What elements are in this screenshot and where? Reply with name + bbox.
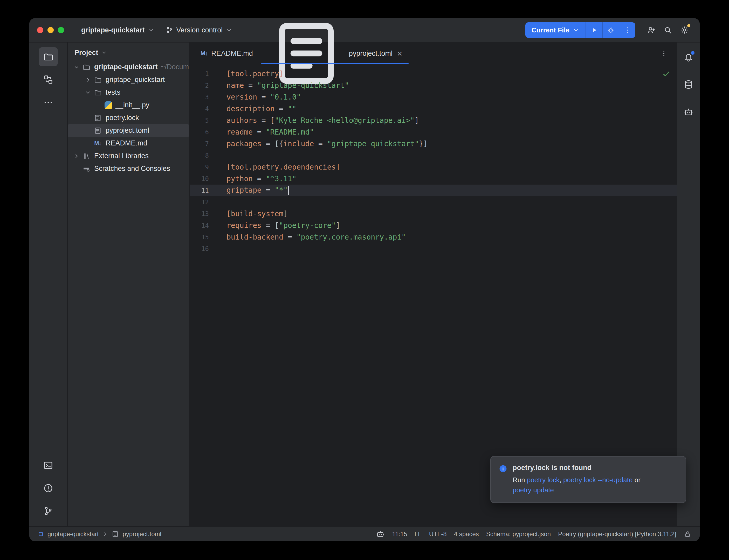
tree-item-label: griptape-quickstart	[94, 63, 158, 71]
breadcrumb-project[interactable]: griptape-quickstart	[47, 530, 99, 538]
notification-content: poetry.lock is not found Run poetry lock…	[513, 464, 641, 495]
code-line-15[interactable]: 15build-backend = "poetry.core.masonry.a…	[190, 231, 677, 243]
minimize-window-button[interactable]	[47, 27, 54, 33]
line-number: 16	[190, 245, 218, 253]
code-line-12[interactable]: 12	[190, 196, 677, 208]
vcs-widget[interactable]: Version control	[161, 22, 237, 38]
code-line-5[interactable]: 5authors = ["Kyle Roche <hello@griptape.…	[190, 115, 677, 126]
code-line-11[interactable]: 11griptape = "*"	[190, 185, 677, 196]
code-line-1[interactable]: 1[tool.poetry]	[190, 68, 677, 80]
project-widget-icon	[38, 531, 44, 537]
line-number: 5	[190, 117, 218, 124]
vcs-label: Version control	[176, 26, 223, 34]
tree-item-External Libraries[interactable]: External Libraries	[68, 150, 189, 162]
code-line-6[interactable]: 6readme = "README.md"	[190, 126, 677, 138]
unlock-icon[interactable]	[684, 530, 691, 538]
folder-icon	[93, 88, 102, 97]
tree-item-label: poetry.lock	[106, 114, 139, 122]
notification-text: or	[633, 476, 640, 484]
tool-stripe-structure-icon[interactable]	[39, 70, 58, 89]
chevron-down-icon	[148, 27, 155, 33]
poetry-lock-no-update-link[interactable]: poetry lock --no-update	[563, 476, 633, 484]
code-line-10[interactable]: 10python = "^3.11"	[190, 173, 677, 185]
code-line-14[interactable]: 14requires = ["poetry-core"]	[190, 220, 677, 231]
code-line-3[interactable]: 3version = "0.1.0"	[190, 91, 677, 103]
status-bar: griptape-quickstart pyproject.toml 11:15…	[29, 526, 700, 541]
code-line-9[interactable]: 9[tool.poetry.dependencies]	[190, 161, 677, 173]
debug-button[interactable]	[602, 22, 619, 38]
line-number: 15	[190, 234, 218, 241]
config-file-icon	[112, 530, 119, 538]
code-line-7[interactable]: 7packages = [{include = "griptape_quicks…	[190, 138, 677, 150]
debug-icon	[607, 26, 615, 34]
more-run-options-button[interactable]	[619, 22, 635, 38]
tool-stripe-database-icon[interactable]	[681, 77, 696, 92]
editor-tab-bar: M↓README.mdpyproject.toml×	[190, 43, 677, 64]
chevron-down-icon	[83, 89, 93, 96]
ai-assistant-icon[interactable]	[376, 530, 385, 538]
run-configuration-selector[interactable]: Current File	[525, 22, 586, 38]
code-line-2[interactable]: 2name = "griptape-quickstart"	[190, 80, 677, 91]
tab-label: README.md	[211, 50, 253, 58]
poetry-lock-link[interactable]: poetry lock	[527, 476, 560, 484]
status-item[interactable]: Poetry (griptape-quickstart) [Python 3.1…	[554, 530, 680, 538]
terminal-icon	[43, 460, 53, 471]
tool-stripe-terminal-icon[interactable]	[39, 456, 58, 475]
status-item[interactable]: UTF-8	[426, 530, 450, 538]
markdown-icon: M↓	[93, 139, 102, 148]
settings-button[interactable]	[677, 23, 692, 38]
search-everywhere-button[interactable]	[660, 23, 675, 38]
tool-stripe-ai-assistant-icon[interactable]	[681, 104, 696, 120]
project-name: griptape-quickstart	[81, 26, 145, 34]
text-caret	[288, 186, 289, 195]
code-line-4[interactable]: 4description = ""	[190, 103, 677, 115]
code-line-16[interactable]: 16	[190, 243, 677, 255]
tree-item-path: ~/Docume	[161, 63, 189, 71]
kebab-icon	[660, 50, 668, 57]
close-tab-icon[interactable]: ×	[397, 49, 403, 58]
poetry-update-link[interactable]: poetry update	[513, 486, 554, 494]
python-icon	[105, 101, 112, 109]
tree-item-README.md[interactable]: M↓README.md	[68, 137, 189, 150]
tool-stripe-notifications-icon[interactable]	[681, 49, 696, 65]
breadcrumb-file[interactable]: pyproject.toml	[122, 530, 161, 538]
tab-options-button[interactable]	[658, 48, 670, 59]
close-window-button[interactable]	[37, 27, 43, 33]
code-line-8[interactable]: 8	[190, 150, 677, 161]
line-number: 14	[190, 222, 218, 229]
tree-item-poetry.lock[interactable]: poetry.lock	[68, 111, 189, 124]
code-with-me-button[interactable]	[644, 23, 659, 38]
tool-stripe-project-folder-icon[interactable]	[39, 47, 58, 66]
tree-item-label: External Libraries	[94, 152, 149, 160]
tree-item-label: tests	[106, 88, 120, 96]
status-item[interactable]: 11:15	[389, 530, 411, 538]
tool-stripe-more-icon[interactable]	[39, 93, 58, 112]
zoom-window-button[interactable]	[58, 27, 64, 33]
tree-item-griptape-quickstart[interactable]: griptape-quickstart~/Docume	[68, 61, 189, 73]
tab-pyproject.toml[interactable]: pyproject.toml×	[260, 43, 410, 64]
tool-stripe-problems-icon[interactable]	[39, 479, 58, 498]
tree-item-Scratches and Consoles[interactable]: Scratches and Consoles	[68, 162, 189, 175]
code-line-13[interactable]: 13[build-system]	[190, 208, 677, 220]
status-item[interactable]: LF	[411, 530, 426, 538]
kebab-icon	[623, 26, 631, 34]
chevron-right-icon	[71, 152, 82, 160]
tree-item-__init__.py[interactable]: __init__.py	[68, 99, 189, 111]
chevron-down-icon	[101, 50, 107, 56]
info-icon	[499, 464, 508, 473]
notification-text: ,	[560, 476, 563, 484]
folder-icon	[93, 76, 102, 84]
status-item[interactable]: Schema: pyproject.json	[483, 530, 554, 538]
project-panel-header[interactable]: Project	[68, 45, 189, 61]
tree-item-tests[interactable]: tests	[68, 86, 189, 99]
config-file-icon	[93, 114, 102, 122]
notification-title: poetry.lock is not found	[513, 464, 641, 472]
tree-item-griptape_quickstart[interactable]: griptape_quickstart	[68, 73, 189, 86]
tree-indent	[83, 140, 93, 147]
tab-README.md[interactable]: M↓README.md	[193, 43, 260, 64]
status-item[interactable]: 4 spaces	[450, 530, 483, 538]
tree-item-pyproject.toml[interactable]: pyproject.toml	[68, 124, 189, 137]
run-button[interactable]	[586, 22, 602, 38]
project-widget[interactable]: griptape-quickstart	[76, 22, 159, 38]
tool-stripe-branch-icon[interactable]	[39, 501, 58, 521]
